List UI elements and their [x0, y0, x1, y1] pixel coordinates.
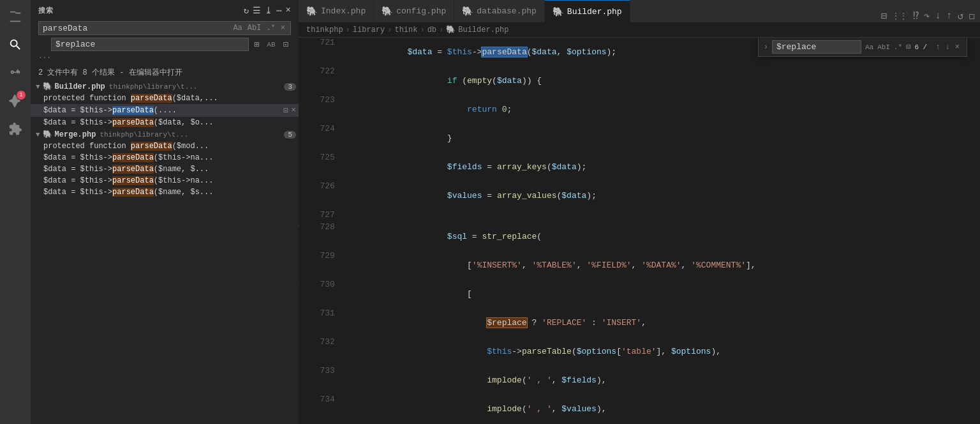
find-widget-input[interactable] — [772, 40, 861, 54]
match-case-btn[interactable]: Aa — [232, 23, 243, 33]
find-close-btn[interactable]: × — [953, 42, 961, 53]
debug-icon[interactable]: ⁉ — [912, 10, 919, 22]
chevron-down-icon: ▼ — [36, 83, 40, 91]
code-line-730: ▾ 730 [ — [299, 280, 980, 308]
match-text: protected function parseData($mod... — [43, 142, 209, 151]
line-content[interactable]: [ — [345, 280, 980, 308]
line-content[interactable]: $fields = array_keys($data); — [345, 153, 980, 181]
breadcrumb-part[interactable]: Builder.php — [458, 26, 509, 34]
sidebar-actions: ↻ ☰ ⤓ ⋯ × — [244, 5, 291, 16]
code-line-724: 724 } — [299, 124, 980, 153]
more-icon[interactable]: ⋯ — [276, 5, 281, 16]
match-item-merge-5[interactable]: $data = $this->parseData($name, $s... — [31, 186, 299, 198]
activity-bar: 1 — [0, 0, 31, 424]
replace-input-wrap — [51, 38, 249, 51]
replace-options-btn[interactable]: ⊡ — [281, 38, 291, 51]
extensions-icon[interactable] — [4, 117, 27, 140]
line-content[interactable]: implode(' , ', $fields), — [345, 366, 980, 395]
match-item-merge-3[interactable]: $data = $this->parseData($name, $... — [31, 163, 299, 175]
stop-icon[interactable]: ◻ — [969, 10, 975, 22]
match-item-merge-4[interactable]: $data = $this->parseData($this->na... — [31, 175, 299, 186]
replace-match-icon[interactable]: ⊡ — [283, 105, 288, 116]
line-content[interactable]: $sql = str_replace( — [345, 222, 980, 251]
breadcrumb-sep: › — [387, 26, 392, 34]
step-over-icon[interactable]: ↷ — [924, 10, 930, 22]
file-item-builder[interactable]: ▼ 🐘 Builder.php thinkphp\library\t... 3 — [31, 80, 299, 93]
code-line-733: 733 implode(' , ', $fields), — [299, 366, 980, 395]
close-sidebar-icon[interactable]: × — [286, 5, 291, 16]
files-icon[interactable] — [4, 5, 27, 28]
match-item-builder-2[interactable]: $data = $this->parseData(.... ⊡ × — [31, 104, 299, 117]
run-debug-icon[interactable]: 1 — [4, 89, 27, 112]
line-content[interactable]: implode(' , ', $values), — [345, 395, 980, 423]
find-expand-icon[interactable]: › — [764, 43, 768, 52]
replace-all-btn[interactable]: ⊞ — [251, 38, 262, 51]
search-input[interactable] — [43, 24, 232, 33]
fold-icon[interactable]: ▾ — [299, 222, 300, 230]
find-next-btn[interactable]: ↓ — [944, 42, 952, 53]
match-item-merge-2[interactable]: $data = $this->parseData($this->na... — [31, 152, 299, 163]
dismiss-match-icon[interactable]: × — [291, 105, 296, 116]
breadcrumb-sep: › — [420, 26, 424, 34]
clear-icon[interactable]: ☰ — [253, 5, 261, 16]
fold-icon[interactable]: ▾ — [299, 280, 300, 287]
line-number: 722 — [299, 66, 345, 95]
step-into-icon[interactable]: ↓ — [935, 10, 942, 22]
use-regex-btn[interactable]: .* — [265, 23, 276, 33]
editor-toolbar: ⊟ ⋮⋮ ⁉ ↷ ↓ ↑ ↺ ◻ — [876, 10, 980, 22]
search-icon[interactable] — [4, 33, 27, 56]
source-control-icon[interactable] — [4, 61, 27, 84]
find-match-case-btn[interactable]: Aa — [865, 43, 873, 51]
code-line-725: 725 $fields = array_keys($data); — [299, 153, 980, 181]
line-number: 731 — [299, 308, 345, 337]
tab-bar: 🐘 Index.php 🐘 config.php 🐘 database.php … — [299, 0, 980, 22]
breadcrumb-part[interactable]: think — [394, 26, 417, 34]
tab-builder-php[interactable]: 🐘 Builder.php — [545, 0, 630, 22]
php-breadcrumb-icon: 🐘 — [446, 25, 456, 34]
line-content[interactable]: return 0; — [345, 95, 980, 124]
breadcrumb: thinkphp › library › think › db › 🐘 Buil… — [299, 22, 980, 38]
match-text: $data = $this->parseData($name, $... — [43, 165, 209, 174]
match-item-builder-3[interactable]: $data = $this->parseData($data, $o... — [31, 117, 299, 128]
find-regex-btn[interactable]: .* — [894, 43, 902, 51]
code-line-723: 723 return 0; — [299, 95, 980, 124]
tab-label: Builder.php — [567, 7, 622, 17]
line-number: 729 — [299, 251, 345, 280]
find-prev-btn[interactable]: ↑ — [933, 42, 942, 53]
code-editor[interactable]: › Aa AbI .* ⊟ 6 / ↑ ↓ × 721 $data = $thi… — [299, 38, 980, 424]
code-line-734: 734 implode(' , ', $values), — [299, 395, 980, 423]
find-match-word-btn[interactable]: AbI — [877, 43, 890, 51]
preserve-case-btn[interactable]: AB — [264, 40, 278, 50]
line-content[interactable]: if (empty($data)) { — [345, 66, 980, 95]
refresh-icon[interactable]: ↻ — [244, 5, 249, 16]
line-content[interactable]: $values = array_values($data); — [345, 181, 980, 210]
step-out-icon[interactable]: ↑ — [946, 10, 953, 22]
match-word-btn[interactable]: AbI — [246, 23, 263, 33]
tab-database-php[interactable]: 🐘 database.php — [454, 0, 545, 22]
breadcrumb-part[interactable]: thinkphp — [306, 26, 343, 34]
search-options: Aa AbI .* × — [232, 23, 286, 33]
tab-config-php[interactable]: 🐘 config.php — [374, 0, 454, 22]
restart-icon[interactable]: ↺ — [958, 10, 964, 22]
split-editor-icon[interactable]: ⊟ — [881, 10, 887, 22]
close-search-icon[interactable]: × — [279, 23, 286, 33]
line-content[interactable]: } — [345, 124, 980, 153]
line-content[interactable]: ['%INSERT%', '%TABLE%', '%FIELD%', '%DAT… — [345, 251, 980, 280]
match-item-merge-1[interactable]: protected function parseData($mod... — [31, 140, 299, 152]
line-content[interactable]: $this->parseTable($options['table'], $op… — [345, 337, 980, 366]
more-actions-icon[interactable]: ⋮⋮ — [892, 11, 907, 21]
replace-input[interactable] — [56, 40, 244, 49]
tab-index-php[interactable]: 🐘 Index.php — [299, 0, 374, 22]
result-summary: 2 文件中有 8 个结果 - 在编辑器中打开 — [31, 64, 299, 80]
search-input-row: Aa AbI .* × — [38, 21, 291, 35]
breadcrumb-part[interactable]: library — [353, 26, 385, 34]
match-item-builder-1[interactable]: protected function parseData($data,... — [31, 93, 299, 104]
breadcrumb-part[interactable]: db — [427, 26, 436, 34]
editor-area: 🐘 Index.php 🐘 config.php 🐘 database.php … — [299, 0, 980, 424]
find-expand-btn[interactable]: ⊟ — [906, 42, 910, 52]
line-content[interactable] — [345, 210, 980, 222]
filepath-merge: thinkphp\library\t... — [100, 131, 188, 139]
line-content[interactable]: $replace ? 'REPLACE' : 'INSERT', — [345, 308, 980, 337]
collapse-all-icon[interactable]: ⤓ — [265, 5, 272, 16]
file-item-merge[interactable]: ▼ 🐘 Merge.php thinkphp\library\t... 5 — [31, 128, 299, 140]
